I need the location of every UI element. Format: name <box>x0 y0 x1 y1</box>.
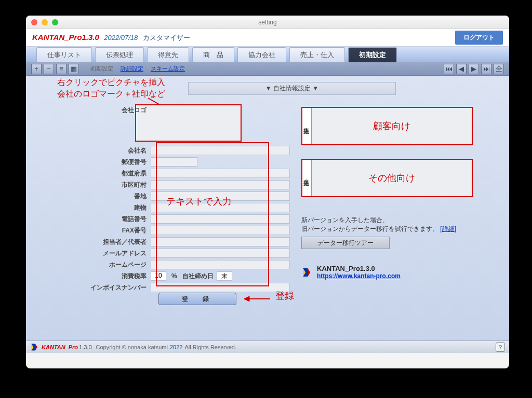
product-info: KANTAN_Pro1.3.0 https://www.kantan-pro.c… <box>301 265 456 280</box>
rep-label: 担当者／代表者 <box>47 238 151 246</box>
migration-detail-link[interactable]: [詳細] <box>440 225 456 232</box>
nav-last-button[interactable]: ⏭ <box>481 64 491 74</box>
footer-ver: 1.3.0 <box>79 344 91 350</box>
addr-label: 番地 <box>47 192 151 201</box>
app-header: KANTAN_Pro1.3.0 2022/07/18 カスタマイザー ログアウト <box>26 29 509 47</box>
migration-info: 新バージョンを入手した場合、 旧バージョンからデーター移行を試行できます。 [詳… <box>301 216 456 280</box>
tab-slip[interactable]: 伝票処理 <box>95 47 144 62</box>
tab-bar: 仕事リスト 伝票処理 得意先 商 品 協力会社 売上・仕入 初期設定 <box>26 47 509 62</box>
hp-field[interactable] <box>151 260 290 269</box>
toolbar-grid-button[interactable]: ▦ <box>69 64 79 74</box>
bank1-desc: 顧客向け <box>312 108 472 144</box>
city-label: 市区町村 <box>47 181 151 189</box>
app-name: KANTAN_Pro1.3.0 <box>32 33 99 42</box>
app-date: 2022/07/18 <box>104 34 138 42</box>
company-form: 会社名 郵便番号 都道府県 市区町村 番地 建物 電話番号 FAX番号 担当者／… <box>47 145 290 293</box>
email-label: メールアドレス <box>47 249 151 258</box>
bank-slot-1[interactable]: 振込先１ 顧客向け <box>301 107 473 145</box>
footer-copy2: All Rights Reserved. <box>184 344 236 350</box>
building-label: 建物 <box>47 203 151 212</box>
svg-marker-6 <box>308 268 310 277</box>
pref-label: 都道府県 <box>47 169 151 178</box>
product-logo-icon <box>301 267 312 278</box>
svg-marker-3 <box>244 296 249 301</box>
hp-label: ホームページ <box>47 260 151 269</box>
help-button[interactable]: ? <box>496 342 505 352</box>
invoice-label: インボイスナンバー <box>47 283 151 292</box>
tax-unit: % <box>171 272 177 280</box>
nav-prev-button[interactable]: ◀ <box>456 64 467 74</box>
logo-label: 会社ロゴ <box>47 106 151 115</box>
nav-first-button[interactable]: ⏮ <box>444 64 454 74</box>
migration-line1: 新バージョンを入手した場合、 <box>301 216 456 225</box>
logo-hint-annotation: 右クリックでピクチャを挿入 会社のロゴマーク＋社印など <box>57 77 165 100</box>
nav-all-button[interactable]: 全 <box>494 64 504 74</box>
tab-customer[interactable]: 得意先 <box>147 47 189 62</box>
company-field[interactable] <box>151 146 290 155</box>
closing-label: 自社締め日 <box>182 272 214 281</box>
app-window: setting KANTAN_Pro1.3.0 2022/07/18 カスタマイ… <box>26 16 509 368</box>
toolbar-add-button[interactable]: + <box>31 64 42 74</box>
bank1-label: 振込先１ <box>302 108 312 144</box>
section-header[interactable]: ▼ 自社情報設定 ▼ <box>188 82 396 95</box>
tab-job-list[interactable]: 仕事リスト <box>36 47 92 62</box>
tax-label: 消費税率 <box>47 272 151 281</box>
addr-field[interactable] <box>151 191 290 201</box>
bank2-label: 振込先２ <box>302 160 312 196</box>
bank2-desc: その他向け <box>312 160 472 196</box>
bank-slot-2[interactable]: 振込先２ その他向け <box>301 159 473 197</box>
svg-marker-9 <box>35 344 37 350</box>
product-name: KANTAN_Pro1.3.0 <box>317 265 401 272</box>
footer-app: KANTAN_Pro <box>42 344 78 350</box>
fax-field[interactable] <box>151 226 290 235</box>
tab-product[interactable]: 商 品 <box>192 47 234 62</box>
scheme-settings-link[interactable]: スキーム設定 <box>151 65 185 73</box>
toolbar: + − ≡ ▦ 初期設定 詳細設定 スキーム設定 ⏮ ◀ ▶ ⏭ 全 <box>26 62 509 76</box>
company-label: 会社名 <box>47 146 151 155</box>
footer-logo-icon <box>30 343 38 351</box>
migration-tour-button[interactable]: データー移行ツアー <box>301 237 390 249</box>
tab-partner[interactable]: 協力会社 <box>237 47 286 62</box>
footer: KANTAN_Pro 1.3.0 Copyright © nonaka kats… <box>26 340 509 353</box>
company-logo-field[interactable] <box>135 104 242 142</box>
tel-field[interactable] <box>151 214 290 224</box>
tab-settings[interactable]: 初期設定 <box>348 47 397 62</box>
arrow-icon <box>239 292 275 306</box>
main-canvas: 右クリックでピクチャを挿入 会社のロゴマーク＋社印など ▼ 自社情報設定 ▼ 会… <box>26 76 509 353</box>
app-subtitle: カスタマイザー <box>143 34 190 42</box>
building-field[interactable] <box>151 203 290 212</box>
pref-field[interactable] <box>151 169 290 178</box>
postal-label: 郵便番号 <box>47 158 151 167</box>
toolbar-list-button[interactable]: ≡ <box>56 64 66 74</box>
email-field[interactable] <box>151 249 290 258</box>
detail-settings-link[interactable]: 詳細設定 <box>121 65 143 73</box>
closing-field[interactable]: 末 <box>217 271 232 281</box>
logout-button[interactable]: ログアウト <box>455 31 503 45</box>
titlebar: setting <box>26 16 509 29</box>
footer-year: 2022 <box>170 344 182 350</box>
footer-copy1: Copyright © nonaka katsumi <box>96 344 168 350</box>
rep-field[interactable] <box>151 237 290 246</box>
postal-field[interactable] <box>151 157 197 167</box>
nav-next-button[interactable]: ▶ <box>469 64 479 74</box>
tax-field[interactable]: 10 <box>151 271 166 281</box>
toolbar-remove-button[interactable]: − <box>44 64 54 74</box>
invoice-field[interactable] <box>151 283 290 292</box>
window-title: setting <box>26 19 509 26</box>
register-button[interactable]: 登 録 <box>158 293 236 305</box>
app-title-block: KANTAN_Pro1.3.0 2022/07/18 カスタマイザー <box>32 33 190 43</box>
city-field[interactable] <box>151 180 290 189</box>
migration-line2: 旧バージョンからデーター移行を試行できます。 <box>301 225 438 232</box>
product-url-link[interactable]: https://www.kantan-pro.com <box>317 272 401 280</box>
tab-sales[interactable]: 売上・仕入 <box>289 47 345 62</box>
fax-label: FAX番号 <box>47 226 151 235</box>
breadcrumb: 初期設定 <box>90 65 113 73</box>
tel-label: 電話番号 <box>47 215 151 224</box>
